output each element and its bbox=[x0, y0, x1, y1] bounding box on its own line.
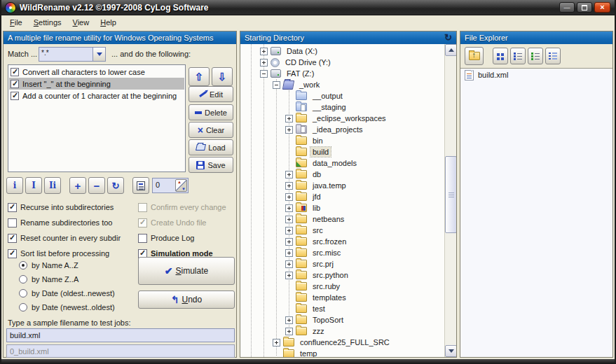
tree-item[interactable]: data_models bbox=[240, 158, 444, 169]
tree-item[interactable]: TopoSort bbox=[240, 314, 444, 326]
job-item[interactable]: Add a counter of 1 character at the begi… bbox=[9, 90, 184, 102]
tree-item[interactable]: zzz bbox=[240, 326, 444, 337]
tree-expander-icon[interactable] bbox=[285, 126, 293, 134]
tree-item[interactable]: src bbox=[240, 225, 444, 236]
tree-item-label[interactable]: src.misc bbox=[310, 248, 343, 258]
tree-refresh-icon[interactable]: ↻ bbox=[444, 33, 452, 43]
tree-item-label[interactable]: __output bbox=[310, 91, 345, 101]
tree-expander-icon[interactable] bbox=[285, 193, 293, 201]
view-button[interactable] bbox=[528, 48, 543, 64]
checkbox-icon[interactable] bbox=[138, 203, 147, 212]
tree-expander-icon[interactable] bbox=[285, 238, 293, 246]
tree-item[interactable]: _idea_projects bbox=[240, 124, 444, 135]
tree-item-label[interactable]: jfd bbox=[310, 192, 323, 202]
tree-item[interactable]: bin bbox=[240, 135, 444, 146]
option-checkbox[interactable]: Rename subdirectories too bbox=[8, 216, 137, 229]
tree-item-label[interactable]: FAT (Z:) bbox=[285, 69, 316, 78]
tree-expander-icon[interactable] bbox=[285, 316, 293, 324]
tree-item[interactable]: src.frozen bbox=[240, 236, 444, 247]
maximize-button[interactable] bbox=[577, 2, 592, 13]
tree-expander-icon[interactable] bbox=[285, 204, 293, 212]
move-up-button[interactable]: ⇧ bbox=[189, 67, 210, 86]
tree-item-label[interactable]: confluence25_FULL_SRC bbox=[298, 337, 392, 347]
sort-radio-option[interactable]: by Date (newest..oldest) bbox=[19, 302, 115, 313]
scroll-up-button[interactable] bbox=[445, 44, 456, 56]
tree-expander-icon[interactable] bbox=[285, 249, 293, 257]
tree-item[interactable]: templates bbox=[240, 292, 444, 303]
tree-expander-icon[interactable] bbox=[285, 227, 293, 234]
menu-item[interactable]: Settings bbox=[28, 17, 67, 28]
tree-item-label[interactable]: TopoSort bbox=[310, 315, 345, 325]
checkbox-icon[interactable] bbox=[138, 234, 147, 243]
mixedcase-button[interactable]: Ii bbox=[44, 177, 61, 194]
tree-expander-icon[interactable] bbox=[260, 70, 268, 78]
tree-item-label[interactable]: netbeans bbox=[310, 214, 346, 224]
tree-item[interactable]: lib bbox=[240, 202, 444, 214]
tree-item[interactable]: java.temp bbox=[240, 180, 444, 191]
tree-item[interactable]: _eclipse_workspaces bbox=[240, 113, 444, 124]
subtract-button[interactable]: − bbox=[88, 177, 105, 194]
tree-item[interactable]: build bbox=[240, 146, 444, 158]
view-button[interactable] bbox=[510, 48, 526, 64]
radio-icon[interactable] bbox=[19, 275, 27, 284]
tree-expander-icon[interactable] bbox=[260, 59, 268, 66]
uppercase-button[interactable]: I bbox=[25, 177, 42, 194]
counter-spinner[interactable]: 0 bbox=[152, 178, 189, 193]
tree-expander-icon[interactable] bbox=[285, 171, 293, 178]
counter-value[interactable]: 0 bbox=[153, 178, 174, 192]
tree-item-label[interactable]: db bbox=[310, 169, 323, 179]
tree-item[interactable]: confluence25_FULL_SRC bbox=[240, 337, 444, 348]
sort-radio-option[interactable]: by Name Z..A bbox=[19, 274, 115, 285]
tree-expander-icon[interactable] bbox=[285, 272, 293, 279]
lowercase-button[interactable]: i bbox=[6, 177, 23, 194]
tree-item[interactable]: src.ruby bbox=[240, 281, 444, 292]
option-checkbox[interactable]: Create Undo file bbox=[138, 216, 236, 229]
numbering-button[interactable] bbox=[132, 177, 149, 194]
option-checkbox[interactable]: Recurse into subdirectories bbox=[8, 201, 137, 214]
job-list[interactable]: Convert all characters to lower case Ins… bbox=[8, 64, 186, 172]
checkbox-icon[interactable] bbox=[8, 234, 17, 243]
checkbox-icon[interactable] bbox=[8, 218, 17, 227]
tree-expander-icon[interactable] bbox=[285, 182, 293, 190]
sort-radio-option[interactable]: by Name A..Z bbox=[19, 260, 115, 271]
tree-expander-icon[interactable] bbox=[285, 260, 293, 268]
view-button[interactable] bbox=[545, 48, 561, 64]
tree-item-label[interactable]: CD Drive (Y:) bbox=[283, 57, 333, 67]
tree-item-label[interactable]: lib bbox=[310, 203, 322, 213]
tree-item[interactable]: Data (X:) bbox=[240, 46, 444, 57]
menu-item[interactable]: Help bbox=[95, 17, 122, 28]
tree-item[interactable]: FAT (Z:) bbox=[240, 68, 444, 79]
tree-item[interactable]: src.misc bbox=[240, 247, 444, 258]
tree-item[interactable]: netbeans bbox=[240, 214, 444, 225]
job-item[interactable]: Insert "_" at the beginning bbox=[9, 78, 184, 90]
clear-button[interactable]: ×Clear bbox=[189, 122, 233, 138]
match-pattern-value[interactable]: *.* bbox=[39, 48, 93, 61]
tree-item-label[interactable]: src.frozen bbox=[310, 237, 348, 246]
sample-filename-input[interactable] bbox=[6, 328, 235, 342]
tree-expander-icon[interactable] bbox=[273, 339, 280, 346]
tree-scrollbar[interactable] bbox=[444, 44, 456, 357]
tree-item-label[interactable]: src.prj bbox=[310, 259, 336, 269]
checkbox-icon[interactable] bbox=[8, 249, 17, 258]
close-button[interactable]: × bbox=[594, 2, 610, 13]
match-pattern-combobox[interactable]: *.* bbox=[39, 47, 106, 62]
tree-item[interactable]: test bbox=[240, 303, 444, 314]
tree-expander-icon[interactable] bbox=[285, 216, 293, 223]
tree-item[interactable]: src.prj bbox=[240, 258, 444, 270]
add-button[interactable]: + bbox=[69, 177, 86, 194]
tree-item[interactable]: CD Drive (Y:) bbox=[240, 57, 444, 68]
tree-item-label[interactable]: _eclipse_workspaces bbox=[310, 113, 388, 123]
tree-item[interactable]: __staging bbox=[240, 102, 444, 113]
tree-item[interactable]: _work bbox=[240, 79, 444, 90]
build.xml[interactable]: build.xml bbox=[460, 69, 612, 81]
tree-expander-icon[interactable] bbox=[273, 81, 280, 89]
tree-item-label[interactable]: templates bbox=[310, 293, 348, 302]
reset-counter-button[interactable]: ↻ bbox=[107, 177, 124, 194]
option-checkbox[interactable]: Reset counter in every subdir bbox=[8, 232, 137, 244]
radio-icon[interactable] bbox=[19, 261, 27, 270]
tree-item-label[interactable]: zzz bbox=[310, 326, 327, 336]
minimize-button[interactable]: — bbox=[559, 2, 575, 13]
option-checkbox[interactable]: Sort list before processing bbox=[8, 247, 137, 260]
tree-item[interactable]: jfd bbox=[240, 191, 444, 202]
job-checkbox-icon[interactable] bbox=[11, 68, 19, 76]
